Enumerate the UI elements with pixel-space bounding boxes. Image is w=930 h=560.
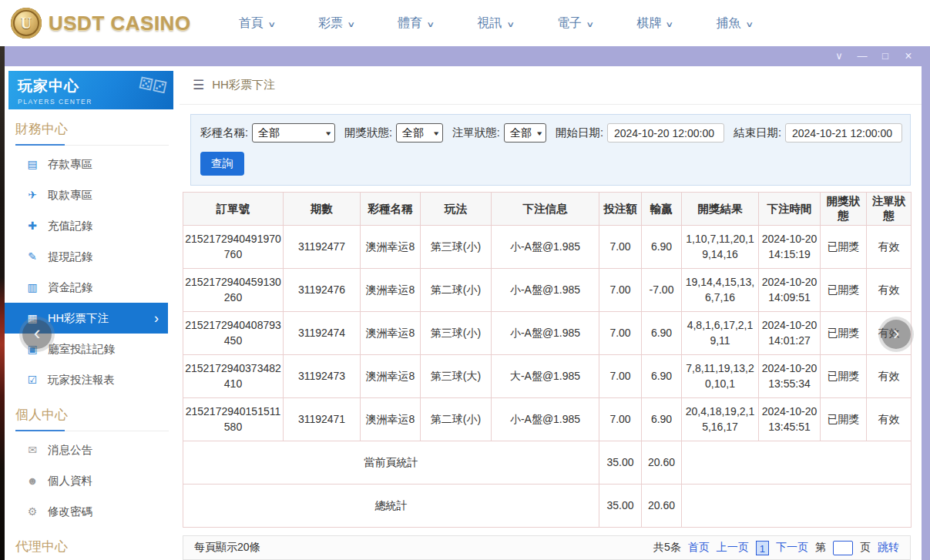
table-cell: 7.00: [599, 355, 642, 398]
page-title: HH彩票下注: [212, 78, 275, 92]
sidebar-item-change-password[interactable]: ⚙ 修改密碼: [5, 496, 168, 527]
site-logo[interactable]: U USDT CASINO: [11, 8, 191, 39]
players-center-banner: 玩家中心 PLAYERS CENTER ⚄⚂: [8, 71, 173, 109]
table-cell: 第三球(小): [421, 312, 492, 355]
window-maximize-button[interactable]: □: [874, 46, 897, 66]
draw-status-select[interactable]: 全部 ▾: [396, 123, 443, 143]
sidebar-item-withdrawal-records[interactable]: ✎ 提現記錄: [5, 241, 168, 272]
chevron-down-icon: ∨: [426, 20, 435, 29]
table-cell: 31192477: [284, 226, 361, 269]
sidebar-item-funds-records[interactable]: ▥ 資金記錄: [5, 272, 168, 303]
nav-item-live[interactable]: 視訊∨: [478, 15, 513, 32]
table-cell: 小-A盤@1.985: [492, 398, 599, 441]
top-bar: U USDT CASINO 首頁∨ 彩票∨ 體育∨ 視訊∨ 電子∨ 棋牌∨ 捕魚…: [0, 0, 930, 46]
table-cell: 20,4,18,19,2,15,16,17: [682, 398, 759, 441]
sidebar-item-deposit[interactable]: ▤ 存款專區: [5, 149, 168, 179]
table-cell: 已開獎: [821, 312, 867, 355]
table-cell: 2024-10-20 14:09:51: [759, 269, 821, 312]
table-cell: 7.00: [599, 269, 642, 312]
withdraw-icon: ✈: [25, 189, 39, 201]
col-header-period: 期數: [284, 193, 361, 226]
table-cell: 第三球(小): [421, 226, 492, 269]
nav-item-sports[interactable]: 體育∨: [398, 15, 433, 32]
page-jump-input[interactable]: [833, 541, 853, 555]
start-date-label: 開始日期:: [556, 126, 603, 140]
start-date-input[interactable]: [607, 123, 724, 143]
table-cell: 2024-10-20 13:45:51: [759, 398, 821, 441]
table-cell: [682, 441, 912, 485]
table-cell: 已開獎: [821, 269, 867, 312]
jump-label-post: 页: [860, 541, 871, 555]
first-page-link[interactable]: 首页: [688, 541, 710, 555]
nav-item-fishing[interactable]: 捕魚∨: [717, 15, 752, 32]
end-date-input[interactable]: [785, 123, 902, 143]
summary-bet-total: 35.00: [599, 485, 642, 528]
order-status-select[interactable]: 全部 ▾: [504, 123, 546, 143]
withdrawal-record-icon: ✎: [25, 250, 39, 263]
sidebar-item-profile[interactable]: ☻ 個人資料: [5, 465, 168, 496]
end-date-label: 結束日期:: [734, 126, 781, 140]
jump-button[interactable]: 跳转: [878, 541, 899, 555]
sidebar-item-recharge-records[interactable]: ✚ 充值記錄: [5, 210, 168, 241]
table-cell: 2152172940459130260: [183, 269, 284, 312]
table-cell: 小-A盤@1.985: [492, 269, 599, 312]
draw-status-label: 開獎狀態:: [344, 126, 392, 140]
table-cell: 小-A盤@1.985: [492, 226, 599, 269]
menu-icon[interactable]: ☰: [193, 77, 204, 93]
chevron-down-icon: ▾: [538, 129, 542, 137]
col-header-play-type: 玩法: [421, 193, 492, 226]
window-titlebar: ∨ — □ ×: [5, 46, 922, 66]
sidebar-item-announcements[interactable]: ✉ 消息公告: [5, 434, 168, 465]
pager: 共5条 首页 上一页 1 下一页 第 页 跳转: [653, 541, 899, 555]
table-cell: 第二球(小): [421, 269, 492, 312]
chevron-down-icon: ∨: [745, 20, 754, 29]
sidebar: 玩家中心 PLAYERS CENTER ⚄⚂ 財務中心 ▤ 存款專區 ✈ 取款專…: [5, 66, 180, 560]
chevron-down-icon: ▾: [434, 129, 438, 137]
col-header-draw-status: 開獎狀態: [821, 193, 867, 226]
table-cell: [682, 485, 912, 528]
total-count-text: 共5条: [653, 541, 681, 555]
sidebar-item-withdraw[interactable]: ✈ 取款專區: [5, 179, 168, 210]
table-cell: 澳洲幸运8: [361, 226, 421, 269]
table-cell: 2024-10-20 14:15:19: [759, 226, 821, 269]
pagination-bar: 每頁顯示20條 共5条 首页 上一页 1 下一页 第 页 跳转: [183, 535, 911, 560]
nav-item-home[interactable]: 首頁∨: [239, 15, 274, 32]
sidebar-item-player-bet-report[interactable]: ☑ 玩家投注報表: [5, 364, 168, 395]
prev-page-link[interactable]: 上一页: [717, 541, 749, 555]
col-header-draw-result: 開獎結果: [682, 193, 759, 226]
col-header-bet-info: 下注信息: [492, 193, 599, 226]
nav-item-cards[interactable]: 棋牌∨: [636, 15, 672, 32]
table-cell: 1,10,7,11,20,19,14,16: [682, 226, 759, 269]
logo-text: USDT CASINO: [49, 12, 191, 35]
window-minimize-button[interactable]: —: [851, 46, 874, 66]
table-cell: 2024-10-20 13:55:34: [759, 355, 821, 398]
summary-bet-total: 35.00: [599, 441, 642, 485]
table-cell: 有效: [867, 355, 912, 398]
nav-item-slots[interactable]: 電子∨: [557, 15, 593, 32]
table-cell: 7,8,11,19,13,20,10,1: [682, 355, 759, 398]
table-cell: 第三球(大): [421, 355, 492, 398]
summary-label: 總統計: [183, 485, 599, 528]
profile-icon: ☻: [25, 474, 39, 487]
carousel-right-button[interactable]: ›: [881, 320, 911, 349]
summary-row-current-page: 當前頁統計 35.00 20.60: [183, 441, 912, 485]
table-header-row: 訂單號 期數 彩種名稱 玩法 下注信息 投注額 輸贏 開獎結果 下注時間 開獎狀…: [183, 193, 912, 226]
next-page-link[interactable]: 下一页: [776, 541, 808, 555]
chevron-down-icon: ∨: [506, 20, 515, 29]
search-button[interactable]: 查詢: [200, 152, 244, 176]
chevron-right-icon: ›: [893, 323, 900, 343]
col-header-lottery-name: 彩種名稱: [361, 193, 421, 226]
window-collapse-button[interactable]: ∨: [828, 46, 851, 66]
nav-item-lottery[interactable]: 彩票∨: [318, 15, 354, 32]
window-close-button[interactable]: ×: [897, 46, 920, 66]
section-heading-personal: 個人中心: [15, 406, 169, 431]
logo-emblem-icon: U: [11, 8, 42, 39]
table-cell: 2152172940373482410: [183, 355, 284, 398]
table-cell: 2152172940491970760: [183, 226, 284, 269]
lottery-name-select[interactable]: 全部 ▾: [252, 123, 335, 143]
table-cell: 31192471: [284, 398, 361, 441]
current-page-indicator[interactable]: 1: [756, 541, 769, 555]
table-cell: 已開獎: [821, 355, 867, 398]
table-cell: 澳洲幸运8: [361, 269, 421, 312]
carousel-left-button[interactable]: ‹: [22, 320, 52, 349]
